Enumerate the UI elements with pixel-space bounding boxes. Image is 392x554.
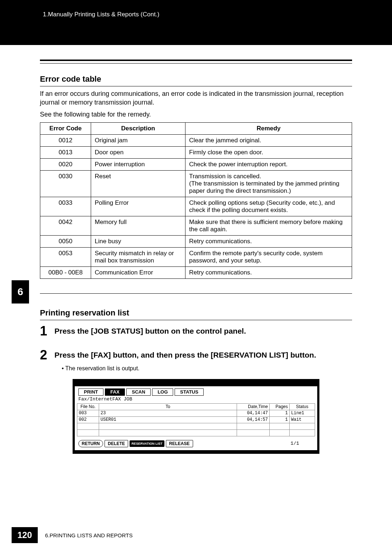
table-cell-remedy: Check polling options setup (Security co…	[185, 197, 352, 216]
error-code-heading: Error code table	[40, 74, 352, 84]
th-remedy: Remedy	[185, 122, 352, 134]
lcd-tab-row: PRINTFAXSCANLOGSTATUS	[75, 388, 317, 396]
page-header: 1.Manually Printing Lists & Reports (Con…	[0, 0, 392, 45]
lcd-tab-status[interactable]: STATUS	[175, 388, 204, 396]
step-text: Press the [JOB STATUS] button on the con…	[54, 325, 246, 336]
step-number: 1	[40, 325, 50, 338]
table-cell-code: 0033	[40, 197, 91, 216]
reservation-list-button[interactable]: RESERVATION LIST	[130, 440, 164, 447]
lcd-cell: 1	[270, 410, 290, 416]
lcd-row[interactable]	[77, 423, 315, 429]
lcd-cell: 04,14:57	[237, 416, 270, 423]
lcd-cell	[270, 423, 290, 429]
lcd-cell: 04,14:47	[237, 410, 270, 416]
table-cell-remedy: Clear the jammed original.	[185, 134, 352, 146]
table-cell-code: 0013	[40, 146, 91, 158]
table-cell-remedy: Transmission is cancelled. (The transmis…	[185, 170, 352, 197]
lcd-th-datetime: Date,Time	[237, 403, 270, 410]
lcd-row[interactable]: 002USER0104,14:571Wait	[77, 416, 315, 423]
table-row: 0053Security mismatch in relay or mail b…	[40, 247, 352, 266]
step-text: Press the [FAX] button, and then press t…	[54, 349, 316, 360]
lcd-page-indicator: 1/1	[291, 441, 314, 446]
lcd-cell: 1	[270, 416, 290, 423]
intro-paragraph-2: See the following table for the remedy.	[40, 110, 352, 119]
lcd-cell: 002	[77, 416, 99, 423]
reservation-heading: Printing reservation list	[40, 308, 352, 318]
lcd-panel: PRINTFAXSCANLOGSTATUS Fax/InternetFAX JO…	[73, 379, 319, 454]
lcd-cell	[99, 429, 237, 436]
table-cell-code: 0030	[40, 170, 91, 197]
rule-thin	[40, 86, 352, 86]
lcd-tab-print[interactable]: PRINT	[78, 388, 103, 396]
lcd-cell	[77, 429, 99, 436]
lcd-cell: USER01	[99, 416, 237, 423]
delete-button[interactable]: DELETE	[105, 440, 128, 447]
lcd-th-pages: Pages	[270, 403, 290, 410]
step-number: 2	[40, 349, 50, 362]
lcd-cell	[77, 423, 99, 429]
table-cell-code: 0020	[40, 158, 91, 170]
lcd-cell	[99, 423, 237, 429]
step-bullet: The reservation list is output.	[62, 365, 352, 372]
table-row: 0050Line busyRetry communications.	[40, 235, 352, 247]
lcd-th-fileno: File No.	[77, 403, 99, 410]
table-row: 00B0 - 00E8Communication ErrorRetry comm…	[40, 266, 352, 278]
table-cell-remedy: Retry communications.	[185, 266, 352, 278]
table-cell-desc: Memory full	[91, 216, 185, 235]
chapter-tab: 6	[12, 280, 29, 304]
lcd-tab-scan[interactable]: SCAN	[126, 388, 151, 396]
table-cell-code: 0042	[40, 216, 91, 235]
rule-thin	[40, 293, 352, 294]
table-row: 0042Memory fullMake sure that there is s…	[40, 216, 352, 235]
table-cell-code: 0050	[40, 235, 91, 247]
table-cell-code: 00B0 - 00E8	[40, 266, 91, 278]
table-cell-remedy: Firmly close the open door.	[185, 146, 352, 158]
lcd-button-row: RETURN DELETE RESERVATION LIST RELEASE 1…	[75, 439, 317, 450]
table-cell-desc: Polling Error	[91, 197, 185, 216]
lcd-cell: Wait	[290, 416, 315, 423]
lcd-cell	[290, 429, 315, 436]
step-1: 1 Press the [JOB STATUS] button on the c…	[40, 325, 352, 338]
table-row: 0030ResetTransmission is cancelled. (The…	[40, 170, 352, 197]
table-cell-remedy: Make sure that there is sufficient memor…	[185, 216, 352, 235]
footer-chapter: 6.PRINTING LISTS AND REPORTS	[45, 532, 132, 538]
table-row: 0033Polling ErrorCheck polling options s…	[40, 197, 352, 216]
table-cell-desc: Power interruption	[91, 158, 185, 170]
table-cell-code: 0053	[40, 247, 91, 266]
lcd-th-status: Status	[290, 403, 315, 410]
table-row: 0012Original jamClear the jammed origina…	[40, 134, 352, 146]
rule-thin	[40, 63, 352, 64]
intro-paragraph-1: If an error occurs during communications…	[40, 89, 352, 107]
lcd-tab-fax[interactable]: FAX	[105, 388, 125, 396]
rule-thin	[40, 320, 352, 320]
table-cell-code: 0012	[40, 134, 91, 146]
table-cell-desc: Door open	[91, 146, 185, 158]
table-cell-desc: Security mismatch in relay or mail box t…	[91, 247, 185, 266]
th-desc: Description	[91, 122, 185, 134]
lcd-th-to: To	[99, 403, 237, 410]
table-row: 0013Door openFirmly close the open door.	[40, 146, 352, 158]
lcd-row[interactable]	[77, 429, 315, 436]
release-button[interactable]: RELEASE	[166, 440, 193, 447]
lcd-row[interactable]: 0032304,14:471Line1	[77, 410, 315, 416]
lcd-cell	[237, 429, 270, 436]
lcd-cell: Line1	[290, 410, 315, 416]
table-cell-desc: Reset	[91, 170, 185, 197]
lcd-cell	[270, 429, 290, 436]
rule-thick	[40, 60, 352, 61]
table-cell-remedy: Check the power interruption report.	[185, 158, 352, 170]
lcd-subtitle: Fax/InternetFAX JOB	[75, 396, 317, 403]
table-cell-desc: Line busy	[91, 235, 185, 247]
step-2: 2 Press the [FAX] button, and then press…	[40, 349, 352, 362]
page-number: 120	[12, 527, 38, 543]
lcd-tab-log[interactable]: LOG	[152, 388, 173, 396]
lcd-cell	[237, 423, 270, 429]
table-cell-remedy: Retry communications.	[185, 235, 352, 247]
return-button[interactable]: RETURN	[78, 440, 103, 447]
table-row: 0020Power interruptionCheck the power in…	[40, 158, 352, 170]
lcd-cell: 23	[99, 410, 237, 416]
breadcrumb: 1.Manually Printing Lists & Reports (Con…	[43, 11, 159, 18]
lcd-cell: 003	[77, 410, 99, 416]
table-cell-desc: Communication Error	[91, 266, 185, 278]
lcd-cell	[290, 423, 315, 429]
